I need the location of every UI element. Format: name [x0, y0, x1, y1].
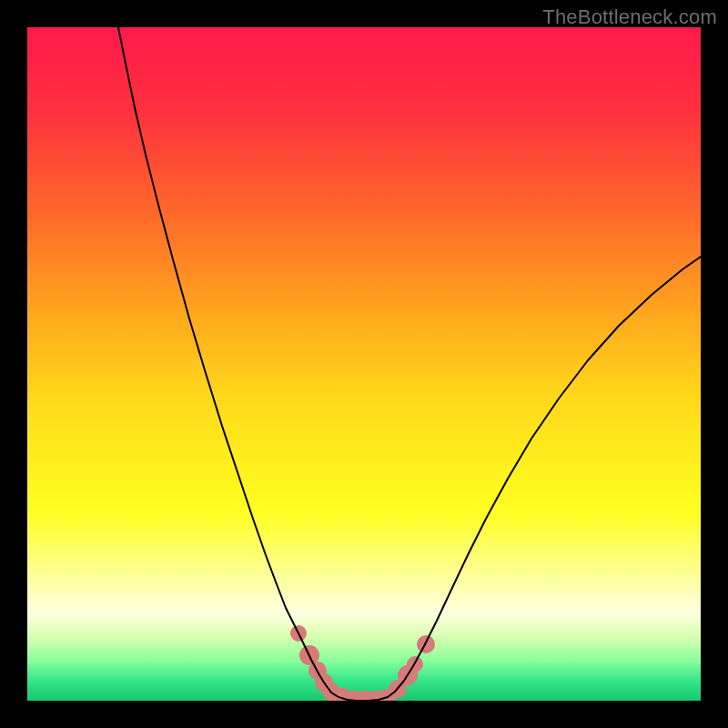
outer-frame: TheBottleneck.com [0, 0, 728, 728]
gradient-background [27, 27, 701, 701]
chart-svg [27, 27, 701, 701]
plot-area [27, 27, 701, 701]
watermark-text: TheBottleneck.com [542, 5, 717, 29]
